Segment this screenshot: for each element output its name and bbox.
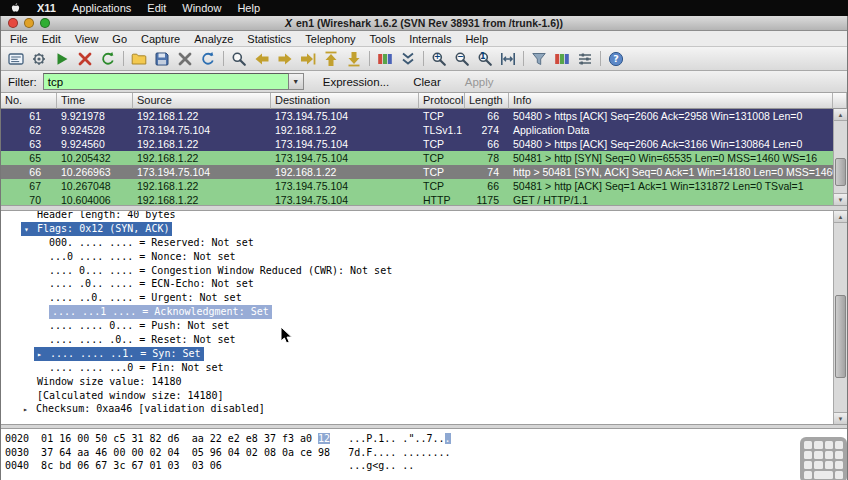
keypad-key [804,451,812,459]
close-file-icon[interactable] [174,49,196,69]
column-header-destination[interactable]: Destination [271,93,419,109]
capture-options-icon[interactable] [28,49,50,69]
restart-capture-icon[interactable] [97,49,119,69]
scroll-up-icon[interactable]: ▲ [834,211,847,223]
zoom-normal-icon[interactable]: 1 [474,49,496,69]
detail-line[interactable]: .... 0... .... = Congestion Window Reduc… [1,264,833,278]
scroll-down-icon[interactable]: ▼ [834,412,847,424]
apple-menu-icon[interactable] [10,2,21,14]
clear-button[interactable]: Clear [408,75,445,89]
mac-menu-applications[interactable]: Applications [72,2,131,14]
expander-collapsed-icon[interactable]: ▸ [37,348,50,361]
scroll-thumb[interactable] [835,295,846,378]
start-capture-icon[interactable] [51,49,73,69]
cell-source: 192.168.1.22 [133,137,271,151]
scroll-down-icon[interactable]: ▼ [834,193,847,205]
detail-scrollbar[interactable]: ▲ ▼ [833,211,847,424]
coloring-rules-icon[interactable] [551,49,573,69]
go-to-top-icon[interactable] [320,49,342,69]
menu-capture[interactable]: Capture [134,33,187,45]
scroll-track[interactable] [834,223,847,412]
help-icon[interactable] [605,49,627,69]
packet-row[interactable]: 6710.267048192.168.1.22173.194.75.104TCP… [1,179,833,193]
list-interfaces-icon[interactable] [5,49,27,69]
close-window-button[interactable] [8,18,18,28]
bytes-line[interactable]: 0030 37 64 aa 46 00 00 02 04 05 96 04 02… [5,446,847,460]
packet-list-scrollbar[interactable]: ▲ ▼ [833,109,847,205]
menu-tools[interactable]: Tools [363,33,403,45]
detail-line[interactable]: .... .... .0.. = Reset: Not set [1,333,833,347]
filter-dropdown-icon[interactable]: ▼ [289,73,304,90]
detail-line[interactable]: Window size value: 14180 [1,375,833,389]
column-header-length[interactable]: Length [465,93,509,109]
menu-analyze[interactable]: Analyze [187,33,240,45]
column-header-no[interactable]: No. [1,93,57,109]
auto-scroll-icon[interactable] [397,49,419,69]
column-header-time[interactable]: Time [57,93,133,109]
menu-view[interactable]: View [68,33,106,45]
menu-go[interactable]: Go [105,33,134,45]
go-back-icon[interactable] [251,49,273,69]
detail-line[interactable]: .... .... 0... = Push: Not set [1,319,833,333]
keypad-key [825,441,833,449]
menu-statistics[interactable]: Statistics [240,33,298,45]
zoom-out-icon[interactable]: − [451,49,473,69]
packet-row[interactable]: 6510.205432192.168.1.22173.194.75.104TCP… [1,151,833,165]
expression-button[interactable]: Expression... [318,75,394,89]
column-header-source[interactable]: Source [133,93,271,109]
menu-internals[interactable]: Internals [402,33,458,45]
zoom-in-icon[interactable]: + [428,49,450,69]
column-header-info[interactable]: Info [509,93,833,109]
expander-collapsed-icon[interactable]: ▸ [23,403,36,416]
save-file-icon[interactable] [151,49,173,69]
detail-line[interactable]: ▸Checksum: 0xaa46 [validation disabled] [1,402,833,416]
menu-file[interactable]: File [3,33,35,45]
column-header-protocol[interactable]: Protocol [419,93,465,109]
mac-menu-window[interactable]: Window [182,2,221,14]
detail-line-related[interactable]: .... ...1 .... = Acknowledgment: Set [1,305,833,319]
menu-telephony[interactable]: Telephony [298,33,362,45]
detail-line-selected[interactable]: ▸.... .... ..1. = Syn: Set [1,347,833,361]
mac-menu-edit[interactable]: Edit [147,2,166,14]
window-title-bar[interactable]: Xen1 (Wireshark 1.6.2 (SVN Rev 38931 fro… [1,16,847,31]
apply-button[interactable]: Apply [460,75,499,89]
go-forward-icon[interactable] [274,49,296,69]
open-file-icon[interactable] [128,49,150,69]
bytes-line[interactable]: 0040 8c bd 06 67 3c 67 01 03 03 06 ...g<… [5,459,847,473]
packet-row-selected[interactable]: 6610.266963173.194.75.104192.168.1.22TCP… [1,165,833,179]
menu-help[interactable]: Help [458,33,495,45]
packet-row[interactable]: 619.921978192.168.1.22173.194.75.104TCP6… [1,109,833,123]
detail-line[interactable]: .... ..0. .... = Urgent: Not set [1,291,833,305]
detail-line-selected[interactable]: ▾Flags: 0x12 (SYN, ACK) [1,222,833,236]
scroll-up-icon[interactable]: ▲ [834,109,847,121]
scroll-thumb[interactable] [835,158,846,185]
mac-menu-help[interactable]: Help [237,2,260,14]
colorize-icon[interactable] [374,49,396,69]
zoom-window-button[interactable] [40,18,50,28]
preferences-icon[interactable] [574,49,596,69]
expander-expanded-icon[interactable]: ▾ [24,223,37,236]
packet-row[interactable]: 639.924560192.168.1.22173.194.75.104TCP6… [1,137,833,151]
capture-filters-icon[interactable] [528,49,550,69]
resize-columns-icon[interactable] [497,49,519,69]
detail-line[interactable]: .... .0.. .... = ECN-Echo: Not set [1,277,833,291]
detail-line[interactable]: ...0 .... .... = Nonce: Not set [1,250,833,264]
mac-menu-x11[interactable]: X11 [37,2,56,14]
go-to-packet-icon[interactable] [297,49,319,69]
scroll-track[interactable] [834,121,847,193]
detail-line[interactable]: [Calculated window size: 14180] [1,389,833,403]
menu-edit[interactable]: Edit [35,33,68,45]
cell-protocol: TCP [419,137,465,151]
packet-row[interactable]: 7010.604006192.168.1.22173.194.75.104HTT… [1,193,833,205]
detail-line[interactable]: 000. .... .... = Reserved: Not set [1,236,833,250]
find-packet-icon[interactable] [228,49,250,69]
detail-line[interactable]: Header length: 40 bytes [1,211,833,222]
detail-line[interactable]: .... .... ...0 = Fin: Not set [1,361,833,375]
filter-input[interactable]: tcp [43,73,289,90]
reload-icon[interactable] [197,49,219,69]
packet-row[interactable]: 629.924528173.194.75.104192.168.1.22TLSv… [1,123,833,137]
stop-capture-icon[interactable] [74,49,96,69]
bytes-line[interactable]: 0020 01 16 00 50 c5 31 82 d6 aa 22 e2 e8… [5,432,847,446]
minimize-window-button[interactable] [24,18,34,28]
go-to-bottom-icon[interactable] [343,49,365,69]
